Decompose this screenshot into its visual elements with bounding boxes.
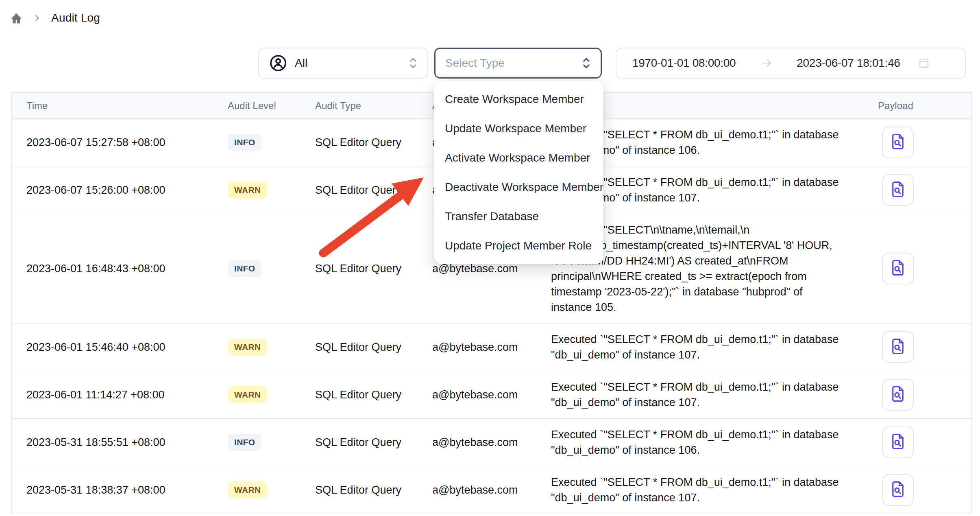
row-payload [871, 174, 967, 206]
row-time: 2023-05-31 18:55:51 +08:00 [12, 436, 222, 449]
breadcrumb: Audit Log [9, 11, 100, 25]
audit-level-badge: WARN [228, 339, 267, 356]
table-row: 2023-06-01 11:14:27 +08:00 WARN SQL Edit… [12, 371, 971, 419]
row-audit-level: WARN [222, 386, 309, 403]
row-actor: a@bytebase.com [427, 262, 545, 275]
column-header-time: Time [12, 100, 222, 112]
date-range-start: 1970-01-01 08:00:00 [632, 57, 736, 70]
row-audit-type: SQL Editor Query [309, 262, 427, 275]
row-audit-type: SQL Editor Query [309, 484, 427, 496]
chevron-up-down-icon [580, 56, 592, 70]
row-time: 2023-06-07 15:27:58 +08:00 [12, 136, 222, 149]
comment-line: "db_ui_demo" of instance 107. [551, 490, 871, 505]
date-range-picker[interactable]: 1970-01-01 08:00:00 2023-06-07 18:01:46 [616, 48, 966, 79]
row-payload [871, 379, 967, 411]
row-audit-level: WARN [222, 481, 309, 499]
comment-line: instance 105. [551, 300, 871, 315]
column-header-audit-level: Audit Level [222, 100, 309, 112]
row-time: 2023-06-01 11:14:27 +08:00 [12, 389, 222, 401]
actor-filter-value: All [295, 57, 307, 70]
file-search-icon [889, 338, 906, 356]
table-row: 2023-05-31 18:38:37 +08:00 WARN SQL Edit… [12, 466, 971, 514]
file-search-icon [889, 481, 906, 499]
view-payload-button[interactable] [882, 127, 914, 158]
file-search-icon [889, 385, 906, 404]
view-payload-button[interactable] [882, 253, 914, 284]
audit-type-menu-item[interactable]: Deactivate Workspace Member [434, 173, 603, 202]
audit-level-badge: INFO [228, 260, 261, 277]
date-range-end: 2023-06-07 18:01:46 [797, 57, 900, 70]
audit-level-badge: WARN [228, 181, 267, 199]
row-actor: a@bytebase.com [427, 341, 545, 354]
view-payload-button[interactable] [882, 426, 914, 458]
row-audit-level: WARN [222, 181, 309, 199]
row-audit-type: SQL Editor Query [309, 436, 427, 449]
comment-line: Executed `"SELECT * FROM db_ui_demo.t1;"… [551, 474, 871, 490]
row-payload [871, 331, 967, 363]
row-payload [871, 426, 967, 458]
row-payload [871, 474, 967, 506]
row-time: 2023-05-31 18:38:37 +08:00 [12, 484, 222, 496]
comment-line: principal\nWHERE created_ts >= extract(e… [551, 269, 871, 284]
audit-level-badge: WARN [228, 386, 267, 403]
view-payload-button[interactable] [882, 474, 914, 506]
comment-line: Executed `"SELECT * FROM db_ui_demo.t1;"… [551, 427, 871, 442]
row-payload [871, 253, 967, 284]
file-search-icon [889, 181, 906, 199]
audit-level-badge: INFO [228, 434, 261, 451]
home-icon[interactable] [9, 11, 23, 25]
row-audit-type: SQL Editor Query [309, 389, 427, 401]
chevron-up-down-icon [407, 56, 419, 70]
row-actor: a@bytebase.com [427, 484, 545, 496]
row-actor: a@bytebase.com [427, 389, 545, 401]
row-time: 2023-06-01 16:48:43 +08:00 [12, 262, 222, 275]
breadcrumb-chevron-icon [33, 13, 41, 22]
view-payload-button[interactable] [882, 379, 914, 411]
row-audit-type: SQL Editor Query [309, 341, 427, 354]
audit-level-badge: INFO [228, 134, 261, 151]
comment-line: "db_ui_demo" of instance 106. [551, 442, 871, 458]
row-audit-level: INFO [222, 134, 309, 151]
row-comment: Executed `"SELECT * FROM db_ui_demo.t1;"… [545, 324, 871, 371]
file-search-icon [889, 259, 906, 278]
row-time: 2023-06-07 15:26:00 +08:00 [12, 184, 222, 197]
row-time: 2023-06-01 15:46:40 +08:00 [12, 341, 222, 354]
file-search-icon [889, 433, 906, 452]
row-comment: Executed `"SELECT * FROM db_ui_demo.t1;"… [545, 371, 871, 418]
audit-type-menu-item[interactable]: Create Workspace Member [434, 85, 603, 114]
column-header-payload: Payload [871, 100, 967, 112]
audit-type-menu-item[interactable]: Update Project Member Role [434, 231, 603, 260]
row-comment: Executed `"SELECT * FROM db_ui_demo.t1;"… [545, 466, 871, 514]
audit-type-dropdown-menu: Create Workspace Member Update Workspace… [434, 81, 603, 264]
row-audit-type: SQL Editor Query [309, 136, 427, 149]
row-actor: a@bytebase.com [427, 436, 545, 449]
audit-type-menu-item[interactable]: Transfer Database [434, 202, 603, 231]
table-row: 2023-05-31 18:55:51 +08:00 INFO SQL Edit… [12, 419, 971, 466]
comment-line: "db_ui_demo" of instance 107. [551, 347, 871, 363]
audit-type-menu-item[interactable]: Update Workspace Member [434, 114, 603, 143]
page-title: Audit Log [51, 11, 100, 24]
file-search-icon [889, 133, 906, 152]
user-circle-icon [269, 54, 287, 72]
row-payload [871, 127, 967, 158]
table-row: 2023-06-01 15:46:40 +08:00 WARN SQL Edit… [12, 324, 971, 371]
right-arrow-icon [761, 57, 773, 69]
row-comment: Executed `"SELECT * FROM db_ui_demo.t1;"… [545, 419, 871, 466]
row-audit-level: INFO [222, 260, 309, 277]
comment-line: "db_ui_demo" of instance 107. [551, 395, 871, 410]
row-audit-level: WARN [222, 339, 309, 356]
audit-type-menu-item[interactable]: Activate Workspace Member [434, 143, 603, 173]
view-payload-button[interactable] [882, 174, 914, 206]
comment-line: timestamp '2023-05-22');"` in database "… [551, 284, 871, 300]
actor-filter-select[interactable]: All [258, 48, 428, 79]
row-audit-level: INFO [222, 434, 309, 451]
column-header-audit-type: Audit Type [309, 100, 427, 112]
audit-level-badge: WARN [228, 481, 267, 499]
audit-type-placeholder: Select Type [445, 57, 505, 70]
view-payload-button[interactable] [882, 331, 914, 363]
comment-line: Executed `"SELECT * FROM db_ui_demo.t1;"… [551, 379, 871, 395]
comment-line: Executed `"SELECT * FROM db_ui_demo.t1;"… [551, 332, 871, 347]
calendar-icon [917, 57, 930, 70]
row-audit-type: SQL Editor Query [309, 184, 427, 197]
audit-type-select[interactable]: Select Type [434, 48, 602, 79]
